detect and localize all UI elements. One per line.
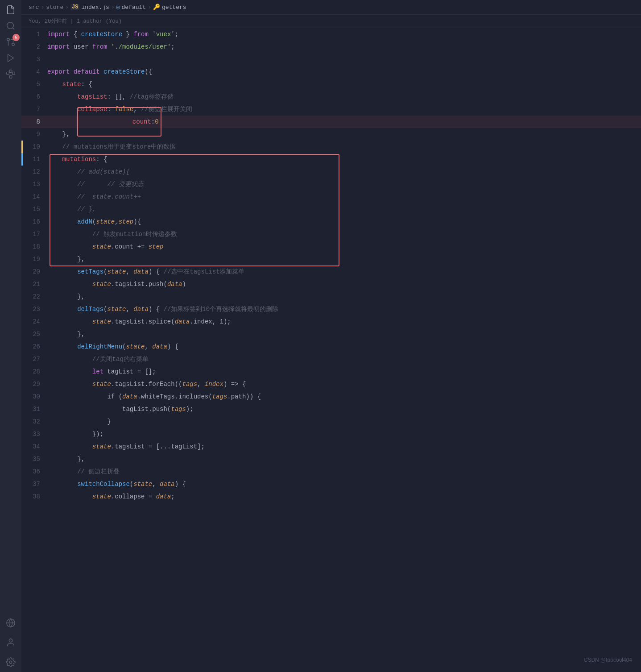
token <box>47 156 62 163</box>
token: ) <box>182 281 186 288</box>
line-content-1: import { createStore } from 'vuex' ; <box>47 31 178 38</box>
token: .count += <box>111 243 149 250</box>
token: switchCollapse <box>77 481 130 488</box>
token: state <box>92 318 111 325</box>
table-row: 24 state .tagsList.splice( data .index, … <box>21 315 641 328</box>
line-num-26: 26 <box>23 343 47 350</box>
token <box>47 93 77 100</box>
search-icon[interactable] <box>4 20 17 32</box>
line-num-8: 8 <box>23 118 47 125</box>
breadcrumb-indexjs[interactable]: index.js <box>81 4 109 11</box>
token: .path)) { <box>227 393 261 400</box>
breadcrumb-getters[interactable]: getters <box>162 4 186 11</box>
table-row: 19 }, <box>21 253 641 265</box>
token: ) { <box>167 343 178 350</box>
token <box>47 118 77 125</box>
token: import <box>47 31 70 38</box>
table-row: 27 //关闭tag的右菜单 <box>21 353 641 365</box>
token: ( <box>122 343 126 350</box>
token: state <box>133 481 152 488</box>
token: // 侧边栏折叠 <box>77 468 120 476</box>
remote-icon[interactable] <box>4 617 17 629</box>
table-row: 2 import user from './modules/user' ; <box>21 41 641 53</box>
token: state <box>92 443 111 450</box>
table-row: 28 let tagList = []; <box>21 365 641 378</box>
token: , <box>152 481 160 488</box>
account-icon[interactable] <box>4 636 17 649</box>
token <box>88 43 92 50</box>
token: tags <box>182 381 197 388</box>
token: tagsList <box>77 93 107 100</box>
table-row: 18 state .count += step <box>21 241 641 253</box>
git-blame: You, 20分钟前 | 1 author (You) <box>21 15 641 28</box>
token: .tagsList = [...tagList]; <box>111 443 205 450</box>
token: from <box>133 31 149 38</box>
source-control-icon[interactable]: 5 <box>4 36 17 48</box>
table-row: 30 if ( data .whiteTags.includes( tags .… <box>21 390 641 403</box>
line-num-24: 24 <box>23 318 47 325</box>
token: }, <box>47 131 70 138</box>
token: data <box>160 481 175 488</box>
token: , <box>115 218 118 225</box>
line-content-14: // state.count++ <box>47 193 141 200</box>
token: , <box>126 306 133 313</box>
token: }, <box>47 293 85 300</box>
token: ){ <box>133 218 141 225</box>
line-content-11: mutations : { <box>47 156 107 163</box>
run-icon[interactable] <box>4 52 17 64</box>
table-row: 38 state .collapse = data ; <box>21 490 641 503</box>
line-content-23: delTags ( state , data ) { //如果标签到10个再选择… <box>47 305 278 313</box>
table-row: 8 count:0 <box>21 116 641 128</box>
line-num-3: 3 <box>23 56 47 63</box>
svg-point-3 <box>7 38 10 41</box>
line-num-29: 29 <box>23 381 47 388</box>
token: // }, <box>47 206 96 213</box>
line-content-29: state .tagsList.forEach(( tags , index )… <box>47 381 246 388</box>
token <box>47 368 92 375</box>
line-num-22: 22 <box>23 293 47 300</box>
line-num-17: 17 <box>23 231 47 238</box>
token: // mutations用于更变store中的数据 <box>62 143 176 151</box>
line-num-18: 18 <box>23 243 47 250</box>
token: let <box>92 368 103 375</box>
token: ; <box>171 493 174 500</box>
line-num-38: 38 <box>23 493 47 500</box>
token <box>47 218 77 225</box>
line-content-17: // 触发mutation时传递参数 <box>47 230 177 238</box>
line-num-37: 37 <box>23 481 47 488</box>
code-area: 1 import { createStore } from 'vuex' ; <box>21 28 641 672</box>
table-row: 4 export default createStore ({ <box>21 66 641 78</box>
token: ( <box>103 268 107 275</box>
breadcrumb-store[interactable]: store <box>46 4 63 11</box>
line-num-2: 2 <box>23 43 47 50</box>
token: state <box>107 268 126 275</box>
settings-icon[interactable] <box>4 656 17 668</box>
token <box>107 43 111 50</box>
table-row: 33 }); <box>21 428 641 440</box>
token <box>47 143 62 150</box>
token: : [], <box>107 93 129 100</box>
line-content-30: if ( data .whiteTags.includes( tags .pat… <box>47 393 261 400</box>
token: data <box>152 343 167 350</box>
token <box>47 493 92 500</box>
line-content-16: addN ( state , step ){ <box>47 218 141 225</box>
token: from <box>92 43 108 50</box>
extensions-icon[interactable] <box>4 68 17 80</box>
line-num-36: 36 <box>23 468 47 475</box>
files-icon[interactable] <box>4 4 17 16</box>
token: //如果标签到10个再选择就将最初的删除 <box>163 305 278 313</box>
breadcrumb-src[interactable]: src <box>29 4 39 11</box>
token: } <box>122 31 133 38</box>
token: ); <box>186 406 194 413</box>
svg-rect-8 <box>9 70 12 73</box>
line-content-35: }, <box>47 456 85 463</box>
token <box>47 306 77 313</box>
breadcrumb-sep4: › <box>148 4 151 11</box>
line-content-19: }, <box>47 256 85 263</box>
breadcrumb-default[interactable]: default <box>122 4 146 11</box>
table-row: 23 delTags ( state , data ) { //如果标签到10个… <box>21 303 641 315</box>
token <box>149 31 152 38</box>
token <box>70 43 73 50</box>
token: state <box>92 381 111 388</box>
line-content-37: switchCollapse ( state , data ) { <box>47 481 186 488</box>
